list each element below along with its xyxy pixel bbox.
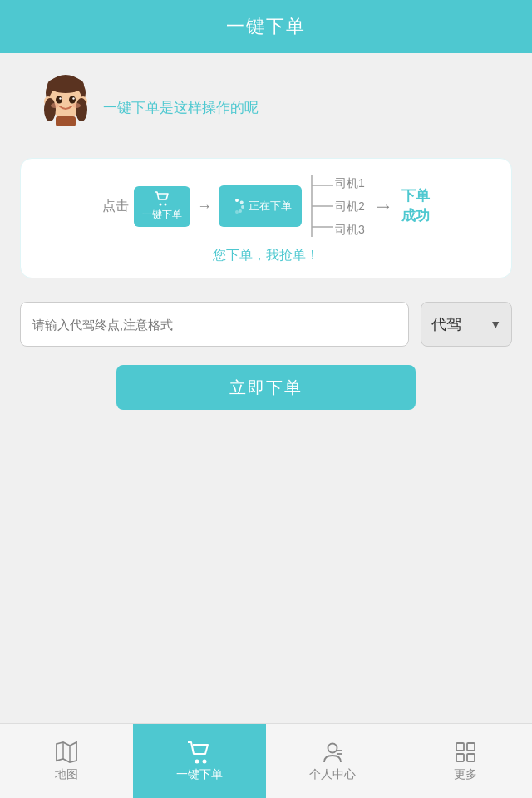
branch-lines — [310, 175, 335, 237]
flow-arrow2: → — [373, 195, 393, 218]
map-icon — [55, 741, 78, 764]
flow-btn1-label: 一键下单 — [142, 208, 182, 222]
spinner-icon — [229, 198, 245, 214]
success-line1: 下单 — [401, 188, 430, 204]
svg-point-6 — [76, 98, 87, 121]
speech-bubble: 一键下单是这样操作的呢 — [103, 98, 259, 117]
cart-icon — [186, 741, 213, 764]
grid-icon — [454, 741, 477, 764]
nav-item-order[interactable]: 一键下单 — [133, 724, 266, 798]
svg-point-8 — [69, 96, 76, 104]
driver-1: 司机1 — [335, 177, 365, 189]
svg-point-28 — [195, 759, 200, 763]
nav-label-profile: 个人中心 — [309, 767, 356, 782]
header-title: 一键下单 — [226, 14, 306, 39]
svg-point-10 — [72, 97, 74, 99]
flow-diagram: 点击 一键下单 → — [34, 175, 498, 237]
service-type-select[interactable]: 代驾 ▼ — [421, 302, 512, 347]
header: 一键下单 — [0, 0, 532, 53]
bottom-nav: 地图 一键下单 个人中心 更多 — [0, 723, 532, 798]
mascot-section: 一键下单是这样操作的呢 — [20, 70, 512, 145]
mascot-avatar — [28, 70, 103, 145]
svg-point-9 — [59, 97, 61, 99]
success-label: 下单 成功 — [401, 186, 430, 226]
slogan: 您下单，我抢单！ — [34, 247, 498, 264]
flow-order-button: 一键下单 — [134, 186, 190, 227]
main-content: 一键下单是这样操作的呢 点击 一键下单 → — [0, 53, 532, 426]
person-icon — [321, 741, 344, 764]
svg-rect-34 — [467, 743, 475, 751]
nav-item-more[interactable]: 更多 — [399, 724, 532, 798]
svg-point-5 — [44, 98, 56, 121]
driver-2: 司机2 — [335, 200, 365, 212]
flow-btn2-label: 正在下单 — [249, 199, 292, 214]
place-order-button[interactable]: 立即下单 — [116, 365, 416, 410]
svg-point-18 — [241, 205, 244, 209]
cart-icon-small — [154, 191, 170, 206]
svg-point-16 — [235, 199, 239, 202]
svg-point-19 — [239, 209, 242, 213]
branch-section: 司机1 司机2 司机3 — [310, 175, 365, 237]
svg-point-7 — [56, 96, 62, 104]
success-line2: 成功 — [401, 208, 430, 224]
svg-point-15 — [165, 203, 167, 205]
nav-item-profile[interactable]: 个人中心 — [266, 724, 399, 798]
chevron-down-icon: ▼ — [490, 318, 501, 331]
svg-rect-33 — [456, 743, 464, 751]
flow-processing-button: 正在下单 — [219, 185, 302, 227]
instruction-card: 点击 一键下单 → — [20, 158, 512, 278]
svg-point-30 — [328, 743, 337, 752]
svg-point-2 — [47, 76, 84, 93]
svg-point-14 — [160, 203, 162, 205]
svg-point-20 — [235, 210, 239, 214]
nav-label-more: 更多 — [454, 767, 477, 782]
svg-point-12 — [51, 103, 59, 108]
destination-input[interactable] — [20, 302, 409, 347]
svg-marker-25 — [57, 742, 76, 762]
svg-rect-35 — [456, 754, 464, 761]
nav-item-map[interactable]: 地图 — [0, 724, 133, 798]
svg-rect-11 — [56, 116, 76, 126]
svg-point-13 — [72, 103, 81, 108]
driver-list: 司机1 司机2 司机3 — [335, 175, 365, 237]
svg-point-17 — [240, 201, 244, 204]
svg-point-29 — [203, 759, 207, 763]
input-section: 代驾 ▼ — [20, 302, 512, 347]
driver-3: 司机3 — [335, 224, 365, 235]
service-type-label: 代驾 — [431, 314, 461, 334]
nav-label-order: 一键下单 — [176, 767, 223, 782]
flow-arrow1: → — [197, 198, 212, 215]
nav-label-map: 地图 — [55, 767, 78, 782]
flow-click-label: 点击 — [102, 198, 129, 215]
svg-rect-36 — [467, 754, 475, 761]
